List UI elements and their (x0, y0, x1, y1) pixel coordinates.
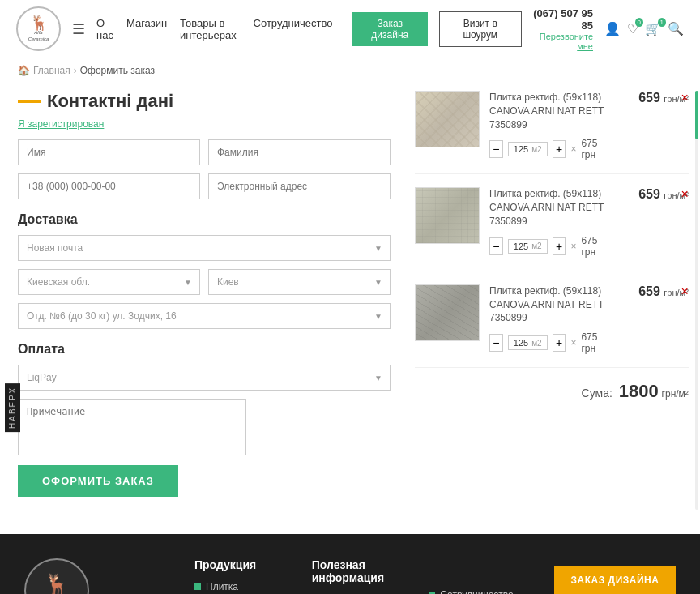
footer-buttons-col: ЗАКАЗ ДИЗАЙНА ВИЗИТ В ШОУРУМ (546, 558, 676, 594)
qty-minus-1[interactable]: − (489, 140, 503, 158)
remove-item-2-button[interactable]: × (681, 187, 689, 202)
breadcrumb-current: Оформить заказ (80, 65, 155, 76)
footer-more-links: Сотрудничество Доставка и оплата b2b Кон… (429, 589, 530, 594)
cart-item-3-image (415, 284, 480, 341)
submit-order-button[interactable]: ОФОРМИТЬ ЗАКАЗ (18, 465, 178, 497)
qty-box-2: 125 м2 (508, 239, 548, 254)
delivery-section: Доставка Новая почта ▼ Киевская обл. ▼ К… (18, 212, 391, 329)
callback-link[interactable]: Перезвоните мне (533, 32, 593, 51)
cart-item-2-price-val: 659 (638, 187, 660, 201)
cart-item-2-image (415, 187, 480, 244)
total-unit: грн/м² (662, 388, 689, 400)
region-arrow-icon: ▼ (184, 278, 192, 287)
qty-plus-3[interactable]: + (553, 334, 566, 352)
qty-minus-3[interactable]: − (489, 334, 503, 352)
contact-section: Контактні дані Я зарегистрирован (18, 91, 391, 199)
payment-title: Оплата (18, 342, 391, 357)
left-column: Контактні дані Я зарегистрирован Доставк… (18, 91, 391, 510)
carrier-arrow-icon: ▼ (374, 244, 382, 253)
wishlist-badge: 0 (635, 18, 643, 27)
cart-item-3-price-area: 659 грн/м² (616, 284, 689, 299)
logo-text: Alfa Ceramica (28, 30, 49, 41)
cart-item-3: Плитка ректиф. (59х118) CANOVA ARNI NAT … (415, 284, 689, 368)
region-city-row: Киевская обл. ▼ Киев ▼ (18, 269, 391, 295)
unit-price-2: 675 грн (581, 235, 605, 258)
note-textarea[interactable] (18, 399, 246, 455)
cart-item-1-price: 659 грн/м² (616, 91, 689, 105)
cart-item-2: Плитка ректиф. (59х118) CANOVA ARNI NAT … (415, 187, 689, 271)
header-phone: (067) 507 95 85 (533, 7, 593, 32)
footer-logo-col: 🦌 AlfaCeramica Стильный товар от итальян… (24, 558, 178, 594)
title-line (18, 100, 41, 103)
qty-minus-2[interactable]: − (489, 237, 503, 255)
footer-products-title: Продукция (194, 558, 296, 571)
header: 🦌 Alfa Ceramica ☰ О нас Магазин Товары в… (0, 0, 700, 58)
footer-link-coop[interactable]: Сотрудничество (429, 589, 530, 594)
cart-item-3-info: Плитка ректиф. (59х118) CANOVA ARNI NAT … (489, 284, 606, 354)
last-name-input[interactable] (208, 139, 391, 165)
qty-plus-1[interactable]: + (553, 140, 566, 158)
logo-area[interactable]: 🦌 Alfa Ceramica (16, 6, 61, 51)
footer-info-title: Полезная информация (312, 558, 413, 584)
carrier-select[interactable]: Новая почта (18, 235, 391, 261)
search-icon[interactable]: 🔍 (668, 21, 684, 36)
wishlist-icon[interactable]: ♡ 0 (627, 21, 638, 36)
region-select[interactable]: Киевская обл. (18, 269, 200, 295)
nav-links: О нас Магазин Товары в интерьерах Сотруд… (96, 17, 333, 41)
unit-price-1: 675 грн (581, 138, 605, 160)
email-input[interactable] (208, 173, 391, 199)
order-design-button[interactable]: Заказ дизайна (352, 12, 428, 46)
qty-value-1: 125 (514, 144, 528, 154)
nav-shop[interactable]: Магазин (126, 17, 167, 41)
footer-info-col: Полезная информация Магазин Заказ дизайн… (312, 558, 413, 594)
footer-order-design-button[interactable]: ЗАКАЗ ДИЗАЙНА (554, 566, 676, 594)
phone-input[interactable] (18, 173, 200, 199)
nav-cooperation[interactable]: Сотрудничество (254, 17, 333, 41)
city-select[interactable]: Киев (208, 269, 391, 295)
cart-item-1-image (415, 91, 480, 147)
cart-item-2-name[interactable]: Плитка ректиф. (59х118) CANOVA ARNI NAT … (489, 187, 606, 228)
multiply-3: × (570, 337, 576, 348)
footer-link-tile[interactable]: Плитка (194, 581, 296, 592)
address-select[interactable]: Отд. №6 (до 30 кг) ул. Зодчих, 16 (18, 303, 391, 329)
phone-area: (067) 507 95 85 Перезвоните мне (533, 7, 593, 51)
remove-item-3-button[interactable]: × (681, 284, 689, 299)
cart-item-3-price: 659 грн/м² (616, 284, 689, 299)
qty-plus-2[interactable]: + (553, 237, 566, 255)
qty-unit-1: м2 (531, 145, 541, 154)
cart-item-1: Плитка ректиф. (59х118) CANOVA ARNI NAT … (415, 91, 689, 174)
user-icon[interactable]: 👤 (604, 21, 621, 36)
cart-item-3-name[interactable]: Плитка ректиф. (59х118) CANOVA ARNI NAT … (489, 284, 606, 325)
nav-interiors[interactable]: Товары в интерьерах (180, 17, 241, 41)
payment-method-wrapper: LiqPay ▼ (18, 365, 391, 391)
footer-logo-circle: 🦌 AlfaCeramica (24, 558, 89, 594)
cart-item-1-price-area: 659 грн/м² (616, 91, 689, 105)
breadcrumb-home[interactable]: Главная (33, 65, 70, 76)
cart-item-1-qty-row: − 125 м2 + × 675 грн (489, 138, 606, 160)
scroll-up-button[interactable]: НАВЕРХ (5, 383, 20, 432)
cart-item-2-qty-row: − 125 м2 + × 675 грн (489, 235, 606, 258)
logo-circle: 🦌 Alfa Ceramica (16, 6, 61, 51)
remove-item-1-button[interactable]: × (681, 91, 689, 105)
cart-icon[interactable]: 🛒 1 (645, 21, 661, 36)
footer-products-links: Плитка Сантехника Фабрики Акции и распро… (194, 581, 296, 594)
nav-about[interactable]: О нас (96, 17, 113, 41)
cart-item-1-name[interactable]: Плитка ректиф. (59х118) CANOVA ARNI NAT … (489, 91, 606, 131)
qty-box-3: 125 м2 (508, 335, 548, 350)
contact-row (18, 173, 391, 199)
first-name-input[interactable] (18, 139, 200, 165)
qty-unit-3: м2 (531, 339, 541, 348)
region-wrapper: Киевская обл. ▼ (18, 269, 200, 295)
cart-item-3-price-val: 659 (638, 284, 660, 298)
name-row (18, 139, 391, 165)
registered-link[interactable]: Я зарегистрирован (18, 118, 391, 130)
hamburger-icon[interactable]: ☰ (72, 20, 85, 38)
contact-title: Контактні дані (47, 91, 173, 112)
payment-method-select[interactable]: LiqPay (18, 365, 391, 391)
scroll-thumb (695, 91, 698, 139)
showroom-button[interactable]: Визит в шоурум (439, 11, 522, 47)
footer-more-col: Сотрудничество Доставка и оплата b2b Кон… (429, 558, 530, 594)
breadcrumb-separator: › (74, 65, 77, 76)
cart-item-1-info: Плитка ректиф. (59х118) CANOVA ARNI NAT … (489, 91, 606, 160)
address-arrow-icon: ▼ (374, 312, 382, 321)
